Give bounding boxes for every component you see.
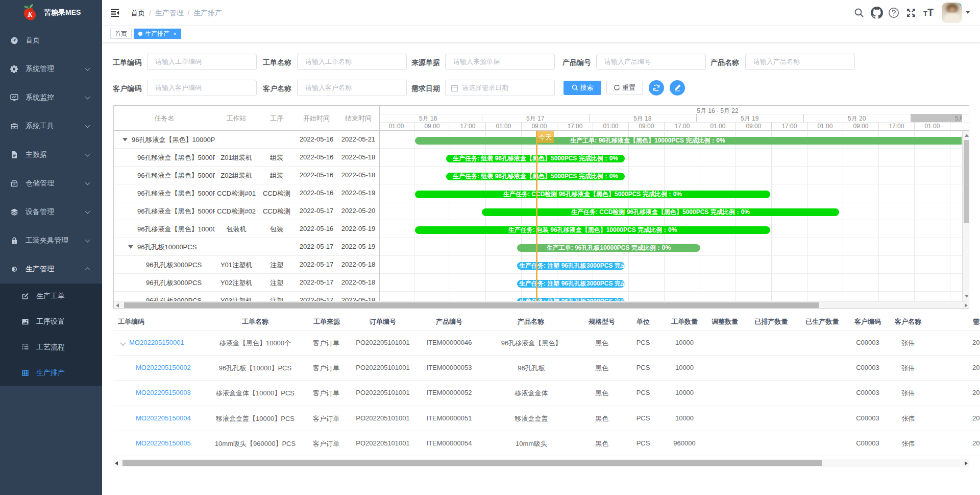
svg-text:K: K xyxy=(27,11,33,18)
